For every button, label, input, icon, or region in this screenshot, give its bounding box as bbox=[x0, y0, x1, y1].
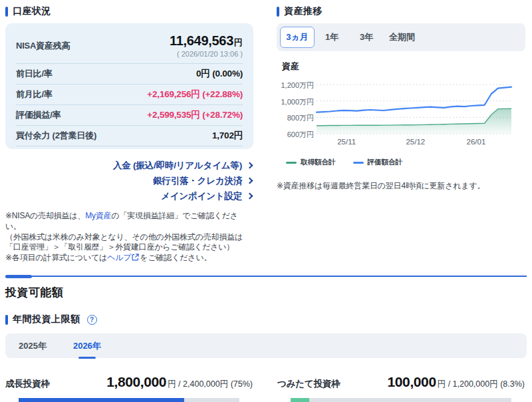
y-axis-label: 1,200万円 bbox=[277, 81, 314, 91]
account-action-link[interactable]: メインポイント設定 bbox=[5, 189, 253, 203]
progress-bar-area: 0万円60万円120万円180万円240万円 bbox=[19, 398, 239, 402]
footnote-link[interactable]: My資産 bbox=[85, 211, 111, 220]
legend-item: 取得額合計 bbox=[286, 158, 336, 167]
account-row: 前日比/率0円 (0.00%) bbox=[16, 64, 243, 85]
year-tab[interactable]: 2026年 bbox=[73, 337, 101, 355]
account-links: 入金 (振込/即時/リアルタイム等)銀行引落・クレカ決済メインポイント設定 bbox=[5, 158, 253, 203]
annual-limit-title: 年間投資上限額 ? bbox=[5, 313, 527, 325]
y-axis-label: 800万円 bbox=[277, 113, 314, 123]
row-label: 買付余力 (2営業日後) bbox=[16, 130, 96, 142]
progress-track bbox=[291, 398, 511, 402]
y-axis-label: 1,000万円 bbox=[277, 97, 314, 107]
period-tab[interactable]: 全期間 bbox=[384, 27, 420, 48]
year-tab[interactable]: 2025年 bbox=[19, 337, 47, 355]
chart-update-note: ※資産推移は毎週最終営業日の翌日4時頃に更新されます。 bbox=[277, 180, 525, 192]
top-section: 口座状況 NISA資産残高 11,649,563円 ( 2026/01/20 1… bbox=[0, 0, 532, 264]
progress-bar-area: 0万円30万円60万円90万円120万円 bbox=[291, 398, 511, 402]
x-axis-label: 26/01 bbox=[467, 138, 486, 146]
row-label: 前月比/率 bbox=[16, 89, 53, 100]
account-summary-panel: NISA資産残高 11,649,563円 ( 2026/01/20 13:06 … bbox=[5, 23, 253, 149]
footnote-text: （外国株式は米株のみ対象となり、その他の外国株式の売却損益は「口座管理」＞「取引… bbox=[5, 232, 243, 252]
row-value: 1,702円 bbox=[212, 130, 243, 142]
account-row: 買付余力 (2営業日後)1,702円 bbox=[16, 126, 243, 146]
asset-trend-section: 資産推移 3ヵ月1年3年全期間 資産 1,200万円1,000万円800万円60… bbox=[277, 5, 525, 264]
chevron-right-icon bbox=[247, 193, 253, 200]
frame-value: 100,000円 / 1,200,000円 (8.3%) bbox=[388, 374, 525, 390]
help-icon[interactable]: ? bbox=[87, 315, 97, 325]
frame-used-amount: 100,000 bbox=[388, 374, 436, 389]
frame-header: 成長投資枠1,800,000円 / 2,400,000円 (75%) bbox=[5, 374, 253, 390]
footnote-link[interactable]: ヘルプ bbox=[107, 253, 131, 262]
progress-track bbox=[19, 398, 239, 402]
frame-value: 1,800,000円 / 2,400,000円 (75%) bbox=[106, 374, 253, 390]
link-label: 銀行引落・クレカ決済 bbox=[153, 175, 242, 187]
progress-fill bbox=[19, 398, 184, 402]
section-title-text: 資産推移 bbox=[284, 5, 323, 17]
row-label: 前日比/率 bbox=[16, 68, 53, 80]
row-label: 評価損益/率 bbox=[16, 109, 61, 121]
progress-fill bbox=[291, 398, 309, 402]
invest-frame: つみたて投資枠100,000円 / 1,200,000円 (8.3%)0万円30… bbox=[277, 374, 525, 402]
y-axis-label: 600万円 bbox=[277, 130, 314, 140]
line-series bbox=[317, 87, 511, 112]
external-link-icon bbox=[132, 254, 139, 264]
footnote: ※NISAの売却損益は、My資産の「実現損益詳細」でご確認ください。（外国株式は… bbox=[5, 211, 253, 264]
row-value: +2,169,256円 (+22.88%) bbox=[147, 89, 243, 100]
frames: 成長投資枠1,800,000円 / 2,400,000円 (75%)0万円60万… bbox=[5, 374, 527, 402]
x-axis-label: 25/11 bbox=[337, 138, 356, 146]
frame-header: つみたて投資枠100,000円 / 1,200,000円 (8.3%) bbox=[277, 374, 525, 390]
page: { "colors": { "accent": "#2160d3", "pink… bbox=[0, 0, 532, 402]
divider-line bbox=[5, 276, 527, 277]
chevron-right-icon bbox=[247, 162, 253, 169]
link-label: 入金 (振込/即時/リアルタイム等) bbox=[113, 160, 242, 172]
asset-trend-chart bbox=[317, 79, 514, 136]
chart-legend: 取得額合計評価額合計 bbox=[286, 158, 525, 167]
account-action-link[interactable]: 入金 (振込/即時/リアルタイム等) bbox=[5, 158, 253, 172]
section-title-text: 口座状況 bbox=[13, 5, 51, 17]
nisa-balance-value: 11,649,563円 ( 2026/01/20 13:06 ) bbox=[170, 33, 243, 58]
section-bar-icon bbox=[5, 7, 8, 17]
footnote-text: ※各項目の計算式については bbox=[5, 253, 107, 262]
account-rows: 前日比/率0円 (0.00%)前月比/率+2,169,256円 (+22.88%… bbox=[16, 64, 243, 146]
nisa-balance-row: NISA資産残高 11,649,563円 ( 2026/01/20 13:06 … bbox=[16, 27, 243, 64]
legend-swatch bbox=[286, 162, 297, 164]
balance-amount: 11,649,563 bbox=[170, 33, 233, 48]
balance-timestamp: ( 2026/01/20 13:06 ) bbox=[170, 50, 243, 58]
x-axis-label: 25/12 bbox=[406, 138, 425, 146]
section-title-text: 年間投資上限額 bbox=[13, 313, 80, 325]
investable-amount-title: 投資可能額 bbox=[5, 285, 527, 300]
chart-axis-title: 資産 bbox=[282, 61, 525, 73]
footnote-text: ※NISAの売却損益は、 bbox=[5, 211, 85, 220]
section-divider bbox=[5, 275, 527, 278]
chevron-right-icon bbox=[247, 178, 253, 184]
row-value: 0円 (0.00%) bbox=[196, 68, 243, 80]
legend-swatch bbox=[353, 162, 364, 164]
frame-limit-text: 円 / 2,400,000円 (75%) bbox=[168, 379, 253, 389]
investable-amount-section: 投資可能額 年間投資上限額 ? 2025年2026年 成長投資枠1,800,00… bbox=[0, 285, 532, 402]
frame-label: つみたて投資枠 bbox=[277, 378, 340, 390]
period-tab[interactable]: 1年 bbox=[315, 27, 349, 48]
balance-unit: 円 bbox=[234, 37, 243, 47]
frame-limit-text: 円 / 1,200,000円 (8.3%) bbox=[438, 379, 525, 389]
area-series bbox=[317, 108, 511, 134]
legend-label: 評価額合計 bbox=[368, 158, 403, 167]
account-row: 評価損益/率+2,599,535円 (+28.72%) bbox=[16, 105, 243, 126]
account-row: 前月比/率+2,169,256円 (+22.88%) bbox=[16, 85, 243, 105]
link-label: メインポイント設定 bbox=[161, 190, 242, 202]
account-action-link[interactable]: 銀行引落・クレカ決済 bbox=[5, 174, 253, 188]
footnote-text: をご確認ください。 bbox=[140, 253, 211, 262]
asset-chart: 1,200万円1,000万円800万円600万円25/1125/1226/01 bbox=[277, 77, 525, 151]
year-tabs: 2025年2026年 bbox=[5, 333, 527, 358]
frame-label: 成長投資枠 bbox=[5, 378, 50, 390]
period-tab[interactable]: 3年 bbox=[349, 27, 384, 48]
account-status-title: 口座状況 bbox=[5, 5, 253, 17]
external-link-icon bbox=[132, 254, 139, 261]
period-tab[interactable]: 3ヵ月 bbox=[280, 27, 315, 48]
row-value: +2,599,535円 (+28.72%) bbox=[147, 109, 243, 121]
account-status-section: 口座状況 NISA資産残高 11,649,563円 ( 2026/01/20 1… bbox=[5, 5, 253, 264]
asset-trend-title: 資産推移 bbox=[277, 5, 525, 17]
legend-label: 取得額合計 bbox=[301, 158, 336, 167]
invest-frame: 成長投資枠1,800,000円 / 2,400,000円 (75%)0万円60万… bbox=[5, 374, 253, 402]
asset-period-tabs: 3ヵ月1年3年全期間 bbox=[277, 23, 525, 51]
legend-item: 評価額合計 bbox=[353, 158, 403, 167]
